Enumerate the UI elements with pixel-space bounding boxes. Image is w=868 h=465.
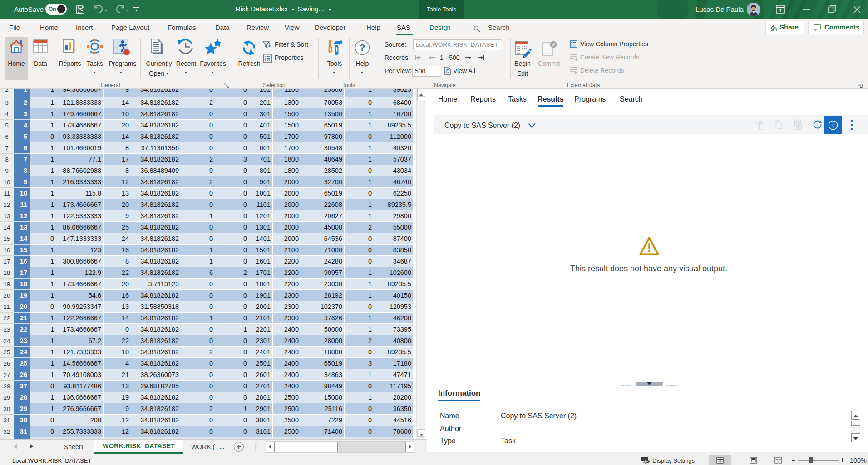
- svg-text:?: ?: [360, 42, 365, 53]
